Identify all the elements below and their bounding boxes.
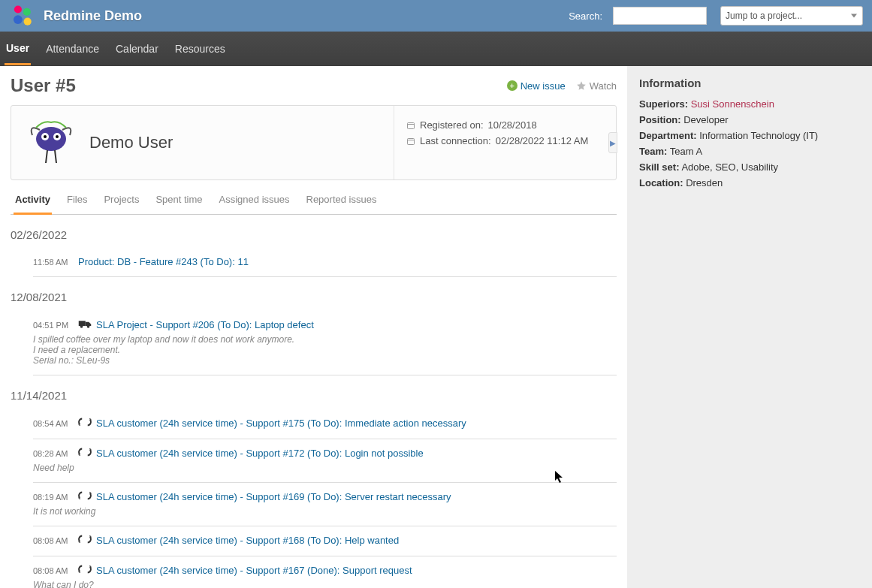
svg-point-2	[14, 15, 23, 24]
registered-date: 10/28/2018	[488, 119, 537, 131]
entry-description: It is not working	[33, 506, 617, 517]
nav-calendar[interactable]: Calendar	[114, 34, 160, 64]
entry-time: 08:28 AM	[33, 449, 74, 458]
sub-tabs: Activity Files Projects Spent time Assig…	[11, 188, 617, 215]
info-row-skillset: Skill set: Adobe, SEO, Usability	[639, 161, 860, 173]
superiors-link[interactable]: Susi Sonnenschein	[691, 98, 774, 110]
plus-icon: +	[507, 80, 517, 91]
entry-link[interactable]: SLA customer (24h service time) - Suppor…	[96, 418, 466, 429]
calendar-icon	[406, 137, 415, 146]
user-card: Demo User Registered on: 10/28/2018 Last…	[11, 105, 617, 180]
svg-point-1	[23, 8, 31, 16]
svg-point-4	[36, 127, 66, 151]
last-conn-label: Last connection:	[420, 135, 491, 146]
calendar-icon	[406, 121, 415, 130]
entry-time: 08:19 AM	[33, 493, 74, 502]
info-row-position: Position: Developer	[639, 114, 860, 125]
project-select[interactable]: Jump to a project...	[720, 6, 863, 26]
entry-time: 08:08 AM	[33, 536, 74, 545]
entry-link[interactable]: SLA customer (24h service time) - Suppor…	[96, 565, 412, 576]
tab-files[interactable]: Files	[65, 188, 89, 214]
main-nav: User Attendance Calendar Resources	[0, 32, 872, 66]
top-bar: Redmine Demo Search: Jump to a project..…	[0, 0, 872, 32]
activity-day-header: 11/14/2021	[11, 389, 617, 402]
activity-list: 02/26/202211:58 AMProduct: DB - Feature …	[11, 228, 617, 588]
activity-entry: 08:08 AMSLA customer (24h service time) …	[33, 526, 617, 556]
svg-point-0	[14, 5, 22, 13]
entry-link[interactable]: SLA Project - Support #206 (To Do): Lapt…	[96, 319, 314, 330]
registered-label: Registered on:	[420, 119, 484, 131]
tab-reported-issues[interactable]: Reported issues	[305, 188, 379, 214]
entry-link[interactable]: SLA customer (24h service time) - Suppor…	[96, 535, 399, 546]
tab-spent-time[interactable]: Spent time	[154, 188, 204, 214]
activity-entry: 11:58 AMProduct: DB - Feature #243 (To D…	[33, 249, 617, 277]
info-sidebar: Information Superiors: Susi Sonnenschein…	[627, 66, 872, 588]
avatar	[25, 116, 77, 169]
logo-icon	[9, 3, 35, 29]
page-title: User #5	[11, 75, 76, 96]
info-row-location: Location: Dresden	[639, 177, 860, 188]
svg-point-3	[24, 18, 32, 26]
nav-resources[interactable]: Resources	[173, 34, 227, 64]
search-input[interactable]	[613, 7, 707, 25]
svg-point-13	[87, 325, 90, 328]
info-row-team: Team: Team A	[639, 146, 860, 157]
new-issue-link[interactable]: + New issue	[507, 80, 566, 92]
brand-title: Redmine Demo	[44, 8, 560, 24]
activity-entry: 08:54 AMSLA customer (24h service time) …	[33, 409, 617, 439]
truck-icon	[78, 318, 92, 331]
info-row-department: Department: Information Technology (IT)	[639, 130, 860, 141]
sidebar-title: Information	[639, 77, 860, 89]
last-conn-date: 02/28/2022 11:12 AM	[496, 135, 589, 146]
entry-time: 08:08 AM	[33, 566, 74, 575]
activity-entry: 08:28 AMSLA customer (24h service time) …	[33, 439, 617, 483]
svg-rect-9	[408, 122, 415, 128]
entry-time: 08:54 AM	[33, 419, 74, 428]
svg-point-8	[56, 135, 59, 138]
entry-description: Need help	[33, 463, 617, 473]
activity-day-header: 12/08/2021	[11, 291, 617, 303]
entry-link[interactable]: SLA customer (24h service time) - Suppor…	[96, 448, 424, 459]
tab-assigned-issues[interactable]: Assigned issues	[218, 188, 291, 214]
nav-user[interactable]: User	[5, 33, 31, 65]
entry-description: What can I do?	[33, 580, 617, 588]
search-label: Search:	[569, 11, 602, 22]
entry-time: 04:51 PM	[33, 321, 74, 330]
info-row-superiors: Superiors: Susi Sonnenschein	[639, 98, 860, 110]
activity-day-header: 02/26/2022	[11, 228, 617, 241]
star-icon	[576, 80, 587, 91]
cycle-icon	[78, 447, 92, 460]
activity-entry: 08:08 AMSLA customer (24h service time) …	[33, 556, 617, 588]
entry-description: I spilled coffee over my laptop and now …	[33, 334, 617, 366]
watch-link[interactable]: Watch	[576, 80, 617, 92]
svg-rect-11	[79, 321, 86, 326]
cycle-icon	[78, 417, 92, 430]
entry-time: 11:58 AM	[33, 258, 74, 267]
cycle-icon	[78, 490, 92, 503]
svg-point-7	[44, 135, 47, 138]
svg-rect-10	[408, 138, 415, 144]
nav-attendance[interactable]: Attendance	[44, 34, 101, 64]
main-content: User #5 + New issue Watch	[0, 66, 627, 588]
entry-link[interactable]: Product: DB - Feature #243 (To Do): 11	[78, 256, 249, 267]
display-name: Demo User	[89, 133, 173, 152]
cycle-icon	[78, 564, 92, 577]
entry-link[interactable]: SLA customer (24h service time) - Suppor…	[96, 491, 451, 502]
expand-handle[interactable]: ▶	[608, 132, 617, 153]
activity-entry: 08:19 AMSLA customer (24h service time) …	[33, 483, 617, 526]
activity-entry: 04:51 PMSLA Project - Support #206 (To D…	[33, 311, 617, 375]
cycle-icon	[78, 534, 92, 547]
tab-projects[interactable]: Projects	[102, 188, 140, 214]
tab-activity[interactable]: Activity	[14, 188, 52, 215]
svg-point-12	[80, 325, 83, 328]
